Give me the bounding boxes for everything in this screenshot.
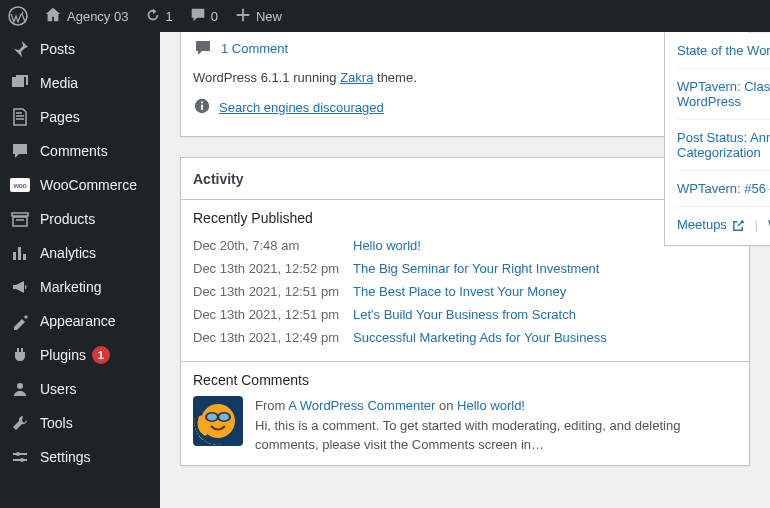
home-icon xyxy=(44,6,62,27)
recent-comments-title: Recent Comments xyxy=(193,372,737,388)
admin-bar-comments[interactable]: 0 xyxy=(181,0,226,32)
updates-count: 1 xyxy=(165,9,172,24)
sidebar-item-label: Analytics xyxy=(40,245,96,261)
admin-bar: Agency 03 1 0 New xyxy=(0,0,770,32)
sidebar-item-analytics[interactable]: Analytics xyxy=(0,236,160,270)
admin-bar-site[interactable]: Agency 03 xyxy=(36,0,136,32)
sidebar-item-tools[interactable]: Tools xyxy=(0,406,160,440)
sidebar-item-label: Appearance xyxy=(40,313,116,329)
post-link[interactable]: Successful Marketing Ads for Your Busine… xyxy=(353,330,607,345)
comment-icon xyxy=(189,6,207,27)
comment-from-label: From xyxy=(255,398,288,413)
svg-point-1 xyxy=(17,383,23,389)
recent-comments-section: Recent Comments From A WordPre xyxy=(181,362,749,465)
sidebar-item-label: Plugins xyxy=(40,347,86,363)
wp-logo[interactable] xyxy=(0,0,36,32)
activity-title: Activity xyxy=(193,171,244,187)
recently-published-title: Recently Published xyxy=(193,210,737,226)
news-link[interactable]: Post Status: Annual Categorization xyxy=(677,130,770,160)
sidebar-item-appearance[interactable]: Appearance xyxy=(0,304,160,338)
post-date: Dec 13th 2021, 12:51 pm xyxy=(193,307,353,322)
comment-on-label: on xyxy=(435,398,457,413)
meetups-link[interactable]: Meetups xyxy=(677,217,745,233)
comment-post-link[interactable]: Hello world! xyxy=(457,398,525,413)
post-date: Dec 13th 2021, 12:49 pm xyxy=(193,330,353,345)
sidebar-item-marketing[interactable]: Marketing xyxy=(0,270,160,304)
products-icon xyxy=(10,209,30,229)
admin-bar-new[interactable]: New xyxy=(226,0,290,32)
admin-bar-updates[interactable]: 1 xyxy=(136,0,180,32)
post-row: Dec 20th, 7:48 amHello world! xyxy=(193,234,737,257)
sidebar-item-label: Media xyxy=(40,75,78,91)
glance-comments-link[interactable]: 1 Comment xyxy=(221,41,288,56)
comment-icon xyxy=(10,141,30,161)
comment-text: From A WordPress Commenter on Hello worl… xyxy=(255,396,737,455)
sidebar-item-users[interactable]: Users xyxy=(0,372,160,406)
theme-link[interactable]: Zakra xyxy=(340,70,373,85)
separator: | xyxy=(755,217,758,233)
sidebar-item-media[interactable]: Media xyxy=(0,66,160,100)
woo-icon: woo xyxy=(10,175,30,195)
analytics-icon xyxy=(10,243,30,263)
news-link[interactable]: WPTavern: Classic WordPress xyxy=(677,79,770,109)
plus-icon xyxy=(234,6,252,27)
pin-icon xyxy=(10,39,30,59)
post-link[interactable]: Let's Build Your Business from Scratch xyxy=(353,307,576,322)
sidebar-item-comments[interactable]: Comments xyxy=(0,134,160,168)
news-item: WPTavern: Classic WordPress xyxy=(677,69,770,120)
post-link[interactable]: The Best Place to Invest Your Money xyxy=(353,284,566,299)
sidebar-item-posts[interactable]: Posts xyxy=(0,32,160,66)
news-box: State of the WordWPTavern: Classic WordP… xyxy=(664,33,770,246)
comments-count: 0 xyxy=(211,9,218,24)
settings-icon xyxy=(10,447,30,467)
sidebar-item-label: Comments xyxy=(40,143,108,159)
sidebar-item-products[interactable]: Products xyxy=(0,202,160,236)
post-link[interactable]: The Big Seminar for Your Right Investmen… xyxy=(353,261,599,276)
post-date: Dec 20th, 7:48 am xyxy=(193,238,353,253)
glance-comments-row: 1 Comment xyxy=(193,32,737,64)
sidebar-item-settings[interactable]: Settings xyxy=(0,440,160,474)
sidebar-item-pages[interactable]: Pages xyxy=(0,100,160,134)
users-icon xyxy=(10,379,30,399)
post-link[interactable]: Hello world! xyxy=(353,238,421,253)
post-date: Dec 13th 2021, 12:51 pm xyxy=(193,284,353,299)
new-label: New xyxy=(256,9,282,24)
svg-point-12 xyxy=(219,414,229,421)
version-suffix: theme. xyxy=(373,70,416,85)
post-row: Dec 13th 2021, 12:49 pmSuccessful Market… xyxy=(193,326,737,349)
svg-point-2 xyxy=(16,452,20,456)
sidebar-item-plugins[interactable]: Plugins1 xyxy=(0,338,160,372)
post-date: Dec 13th 2021, 12:52 pm xyxy=(193,261,353,276)
seo-warning-row: Search engines discouraged xyxy=(193,91,737,124)
seo-warning-link[interactable]: Search engines discouraged xyxy=(219,100,384,115)
sidebar-item-label: Posts xyxy=(40,41,75,57)
news-item: WPTavern: #56 – xyxy=(677,171,770,206)
tools-icon xyxy=(10,413,30,433)
sidebar-item-label: Tools xyxy=(40,415,73,431)
plugin-icon xyxy=(10,345,30,365)
info-icon xyxy=(193,97,211,118)
admin-sidebar: Posts Media Pages Comments wooWooCommerc… xyxy=(0,32,160,508)
comment-author-link[interactable]: A WordPress Commenter xyxy=(288,398,435,413)
svg-rect-6 xyxy=(201,105,203,110)
news-link[interactable]: State of the Word xyxy=(677,43,770,58)
version-prefix: WordPress 6.1.1 running xyxy=(193,70,340,85)
svg-point-3 xyxy=(20,458,24,462)
appearance-icon xyxy=(10,311,30,331)
media-icon xyxy=(10,73,30,93)
news-link[interactable]: WPTavern: #56 – xyxy=(677,181,770,196)
comment-item: From A WordPress Commenter on Hello worl… xyxy=(193,396,737,455)
sidebar-item-label: Pages xyxy=(40,109,80,125)
wordpress-version-row: WordPress 6.1.1 running Zakra theme. xyxy=(193,64,737,91)
sidebar-item-label: Settings xyxy=(40,449,91,465)
comment-icon xyxy=(193,38,213,58)
site-name-label: Agency 03 xyxy=(67,9,128,24)
avatar xyxy=(193,396,243,446)
news-item: Post Status: Annual Categorization xyxy=(677,120,770,171)
sidebar-item-woocommerce[interactable]: wooWooCommerce xyxy=(0,168,160,202)
news-footer-links: Meetups | W xyxy=(677,206,770,233)
sidebar-item-label: WooCommerce xyxy=(40,177,137,193)
marketing-icon xyxy=(10,277,30,297)
post-row: Dec 13th 2021, 12:51 pmLet's Build Your … xyxy=(193,303,737,326)
sidebar-item-label: Users xyxy=(40,381,77,397)
